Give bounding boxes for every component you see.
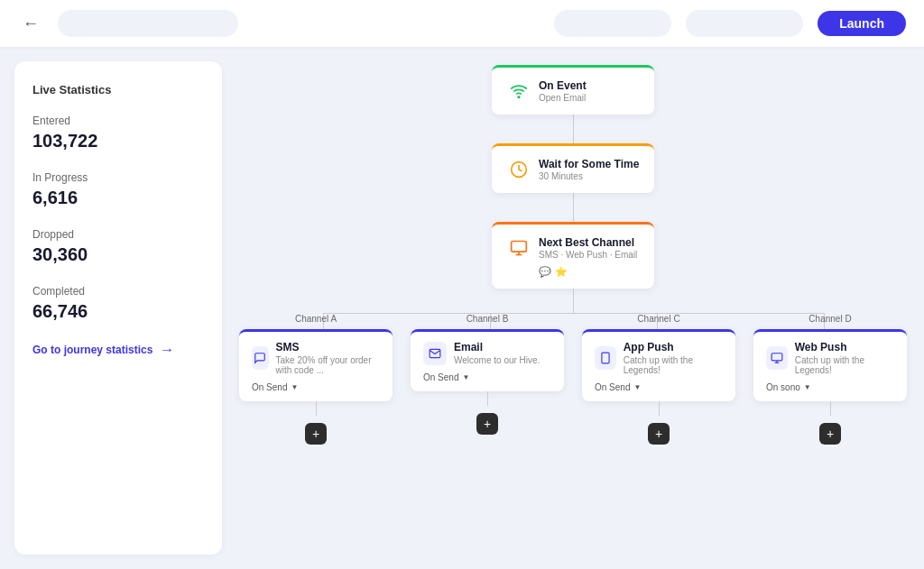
goto-arrow-icon: →: [160, 342, 174, 358]
stat-inprogress-label: In Progress: [32, 171, 204, 184]
sms-plus-button[interactable]: +: [305, 423, 327, 445]
web-push-chevron-icon: ▼: [804, 383, 811, 391]
branch-node-web-push[interactable]: Web Push Catch up with the Legends! On s…: [753, 329, 907, 401]
wait-subtitle: 30 Minutes: [539, 171, 639, 181]
canvas: On Event Open Email Wait for: [222, 47, 924, 569]
sms-title: SMS: [276, 341, 380, 353]
branch-d: Channel D Web Push: [753, 314, 907, 445]
app-push-plus-button[interactable]: +: [648, 423, 670, 445]
sms-on-send[interactable]: On Send ▼: [252, 382, 380, 392]
email-on-send[interactable]: On Send ▼: [423, 372, 551, 382]
app-push-title: App Push: [624, 341, 723, 353]
wait-icon: [506, 157, 531, 182]
node-nbc[interactable]: Next Best Channel SMS · Web Push · Email…: [492, 222, 654, 289]
node-on-event[interactable]: On Event Open Email: [492, 65, 654, 115]
branch-node-app-push[interactable]: App Push Catch up with the Legends! On S…: [582, 329, 735, 401]
goto-journey-stats[interactable]: Go to journey statistics →: [32, 342, 204, 358]
on-event-icon: [506, 78, 531, 104]
sms-bottom-connector: [316, 401, 317, 416]
app-push-subtitle: Catch up with the Legends!: [624, 355, 723, 375]
stat-entered: Entered 103,722: [32, 115, 204, 151]
on-event-subtitle: Open Email: [539, 93, 587, 103]
sms-on-send-label: On Send: [252, 382, 287, 392]
svg-point-0: [518, 96, 520, 98]
branch-b: Channel B Email Welcome to: [411, 314, 564, 435]
stat-entered-label: Entered: [32, 115, 204, 127]
email-title: Email: [454, 341, 540, 353]
wait-title: Wait for Some Time: [539, 158, 639, 170]
sms-chevron-icon: ▼: [291, 383, 298, 391]
branch-c-label: Channel C: [637, 314, 679, 324]
branch-c: Channel C App Push Catch up: [582, 314, 735, 445]
email-bottom-connector: [487, 391, 488, 406]
branch-connector-area: [239, 289, 907, 314]
back-button[interactable]: ←: [18, 11, 43, 36]
web-push-icon: [766, 346, 788, 370]
web-push-bottom-connector: [830, 401, 831, 416]
branch-a: Channel A SMS Take 20% off your order wi…: [239, 314, 393, 445]
nbc-title: Next Best Channel: [539, 236, 637, 249]
web-push-subtitle: Catch up with the Legends!: [795, 355, 894, 375]
on-event-title: On Event: [539, 79, 587, 92]
branch-node-sms[interactable]: SMS Take 20% off your order with code ..…: [239, 329, 393, 401]
stat-dropped-value: 30,360: [32, 244, 204, 265]
stat-completed-label: Completed: [32, 285, 204, 298]
launch-button[interactable]: Launch: [818, 11, 906, 36]
stat-entered-value: 103,722: [32, 131, 204, 151]
nbc-subtitle: SMS · Web Push · Email: [539, 250, 637, 260]
stat-completed: Completed 66,746: [32, 285, 204, 322]
branch-a-label: Channel A: [295, 314, 337, 324]
web-push-on-send-label: On sono: [766, 382, 800, 392]
connector-2: [573, 193, 574, 222]
connector-1: [573, 115, 574, 143]
nbc-icons-row: 💬 ⭐: [539, 266, 640, 278]
stat-dropped: Dropped 30,360: [32, 228, 204, 265]
branch-d-label: Channel D: [808, 314, 851, 324]
svg-rect-5: [602, 353, 609, 363]
web-push-title: Web Push: [795, 341, 894, 353]
node-wait[interactable]: Wait for Some Time 30 Minutes: [492, 143, 654, 193]
svg-rect-2: [512, 242, 527, 252]
app-push-on-send-label: On Send: [595, 382, 630, 392]
main-v-line: [573, 289, 574, 314]
nbc-icon-star: ⭐: [555, 266, 568, 278]
branch-node-email[interactable]: Email Welcome to our Hive. On Send ▼: [411, 329, 564, 391]
web-push-on-send[interactable]: On sono ▼: [766, 382, 894, 392]
main-layout: Live Statistics Entered 103,722 In Progr…: [0, 47, 924, 569]
app-push-chevron-icon: ▼: [633, 383, 641, 391]
nbc-icon: [506, 235, 531, 261]
svg-rect-7: [772, 353, 782, 361]
app-push-icon: [595, 346, 616, 370]
email-on-send-label: On Send: [423, 372, 458, 382]
branches-row: Channel A SMS Take 20% off your order wi…: [239, 314, 907, 445]
breadcrumb-pill: [58, 10, 238, 37]
email-icon: [423, 342, 447, 365]
sms-subtitle: Take 20% off your order with code ...: [276, 355, 380, 375]
app-push-bottom-connector: [659, 401, 660, 416]
sidebar-title: Live Statistics: [32, 83, 204, 96]
sidebar: Live Statistics Entered 103,722 In Progr…: [14, 61, 222, 555]
stat-completed-value: 66,746: [32, 301, 204, 322]
sms-icon: [252, 346, 269, 370]
web-push-plus-button[interactable]: +: [819, 423, 841, 445]
stat-inprogress-value: 6,616: [32, 188, 204, 208]
stat-dropped-label: Dropped: [32, 228, 204, 241]
top-nav: ← Launch: [0, 0, 924, 47]
app-push-on-send[interactable]: On Send ▼: [595, 382, 723, 392]
email-subtitle: Welcome to our Hive.: [454, 355, 540, 365]
goto-label: Go to journey statistics: [32, 344, 152, 356]
email-chevron-icon: ▼: [462, 373, 469, 381]
nbc-icon-sms: 💬: [539, 266, 551, 278]
nav-pill-2: [686, 10, 803, 37]
branch-b-label: Channel B: [467, 314, 509, 324]
nav-pill-1: [554, 10, 671, 37]
email-plus-button[interactable]: +: [476, 413, 498, 435]
stat-in-progress: In Progress 6,616: [32, 171, 204, 208]
flow-container: On Event Open Email Wait for: [240, 65, 906, 445]
